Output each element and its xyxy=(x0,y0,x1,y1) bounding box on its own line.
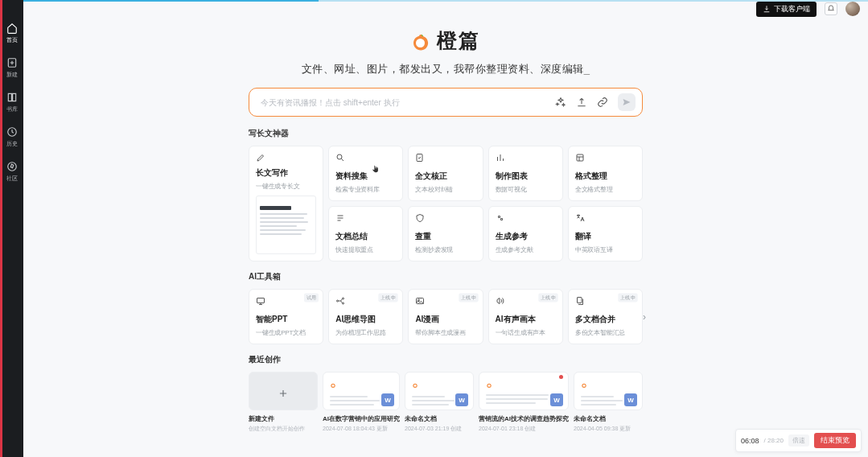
recent-tile[interactable]: W xyxy=(479,372,569,410)
stack-icon xyxy=(575,296,585,306)
logo-mini-icon xyxy=(581,382,587,389)
card-mindmap[interactable]: 上线中 AI思维导图 为你梳理工作思路 xyxy=(328,289,403,344)
card-title: AI漫画 xyxy=(415,314,475,325)
speed-pill[interactable]: 倍速 xyxy=(788,434,809,447)
sidebar-item-home[interactable]: 首页 xyxy=(0,23,23,44)
card-sub: 帮你脚本生成漫画 xyxy=(415,328,475,337)
card-sub: 一键生成PPT文档 xyxy=(256,328,316,337)
clock-icon xyxy=(6,126,18,138)
recent-tile[interactable]: W xyxy=(405,372,474,410)
card-longwrite[interactable]: 长文写作 一键生成专长文 xyxy=(249,146,323,261)
card-title: 资料搜集 xyxy=(335,171,396,182)
search-icon xyxy=(335,153,345,163)
section-title-aitools: AI工具箱 xyxy=(249,271,643,282)
play-time: 06:08 xyxy=(741,437,759,445)
recent-tile[interactable]: W xyxy=(323,372,400,410)
badge: 上线中 xyxy=(618,294,637,303)
card-research[interactable]: 资料搜集 检索专业资料库 xyxy=(328,146,403,201)
card-sub: 为你梳理工作思路 xyxy=(335,328,396,337)
sidebar-item-new[interactable]: 新建 xyxy=(0,57,23,79)
audio-icon xyxy=(496,296,505,306)
shield-icon xyxy=(415,213,425,223)
word-badge-icon: W xyxy=(624,393,637,406)
link-icon[interactable] xyxy=(597,97,608,108)
recent-title: 未命名文档 xyxy=(405,414,474,423)
end-preview-button[interactable]: 结束预览 xyxy=(814,433,856,448)
more-arrow-icon[interactable]: › xyxy=(643,311,646,323)
card-ppt[interactable]: 试用 智能PPT 一键生成PPT文档 xyxy=(249,289,323,344)
badge: 上线中 xyxy=(538,294,557,303)
recent-item: W AI在数字营销中的应用研究 2024-07-08 18:04:43 更新 xyxy=(323,372,400,433)
sidebar-item-community[interactable]: 社区 xyxy=(0,161,23,183)
recent-cards: 新建文件 创建空白文档开始创作 W AI在数字营销中的应用研究 2024-07-… xyxy=(249,372,643,433)
search-actions xyxy=(555,93,636,111)
recent-time: 2024-07-03 21:19 创建 xyxy=(405,425,474,433)
recent-time: 2024-04-05 09:38 更新 xyxy=(574,425,643,433)
card-sub: 检索专业资料库 xyxy=(335,185,396,194)
card-format[interactable]: 格式整理 全文格式整理 xyxy=(568,146,643,201)
sidebar-item-library[interactable]: 书库 xyxy=(0,92,23,113)
card-title: 翻译 xyxy=(575,231,636,242)
bar-chart-icon xyxy=(496,153,505,163)
card-sub: 一句话生成有声本 xyxy=(496,328,556,337)
recent-title: 未命名文档 xyxy=(574,414,643,423)
word-badge-icon: W xyxy=(381,393,394,406)
card-summary[interactable]: 文档总结 快速提取重点 xyxy=(328,206,403,261)
plus-icon xyxy=(278,388,289,399)
card-plagiarism[interactable]: 查重 检测抄袭发现 xyxy=(408,206,483,261)
longwrite-cards: 长文写作 一键生成专长文 资料搜集 检索专业资料库 全 xyxy=(249,146,643,261)
send-icon xyxy=(622,97,631,107)
card-title: 格式整理 xyxy=(575,171,636,182)
hero: 橙篇 文件、网址、图片，都发出又，我帮你整理资料、深度编辑_ xyxy=(23,24,868,117)
card-proofread[interactable]: 全文核正 文本校对纠错 xyxy=(408,146,483,201)
section-title-longwrite: 写长文神器 xyxy=(249,128,643,139)
card-audiobook[interactable]: 上线中 AI有声画本 一句话生成有声本 xyxy=(488,289,563,344)
card-sub: 一键生成专长文 xyxy=(256,182,316,191)
card-translate[interactable]: 翻译 中英双语互译 xyxy=(568,206,643,261)
slides-icon xyxy=(256,296,265,306)
upload-icon[interactable] xyxy=(576,97,587,108)
svg-point-9 xyxy=(343,298,344,299)
magic-icon[interactable] xyxy=(555,97,566,108)
card-comic[interactable]: 上线中 AI漫画 帮你脚本生成漫画 xyxy=(408,289,483,344)
logo-icon xyxy=(411,31,430,51)
sidebar-label: 首页 xyxy=(6,36,18,43)
sidebar-item-history[interactable]: 历史 xyxy=(0,126,23,148)
layout-icon xyxy=(575,153,585,163)
recent-title: 新建文件 xyxy=(249,414,318,423)
sidebar-label: 历史 xyxy=(6,140,18,147)
list-icon xyxy=(335,213,345,223)
content-column: 写长文神器 长文写作 一键生成专长文 资料搜集 检索专业资 xyxy=(249,128,643,433)
card-chart[interactable]: 制作图表 数据可视化 xyxy=(488,146,563,201)
send-button[interactable] xyxy=(618,93,636,111)
word-badge-icon: W xyxy=(550,393,563,406)
recent-time: 2024-07-08 18:04:43 更新 xyxy=(323,425,400,433)
new-icon xyxy=(6,57,18,68)
recent-tile[interactable]: W xyxy=(574,372,643,410)
tagline: 文件、网址、图片，都发出又，我帮你整理资料、深度编辑_ xyxy=(302,62,590,76)
new-file-tile[interactable] xyxy=(249,372,318,410)
search-input[interactable] xyxy=(261,98,555,107)
card-title: 查重 xyxy=(415,231,475,242)
badge: 试用 xyxy=(304,294,319,303)
card-reference[interactable]: 生成参考 生成参考文献 xyxy=(488,206,563,261)
recent-item: W 未命名文档 2024-04-05 09:38 更新 xyxy=(574,372,643,433)
card-sub: 全文格式整理 xyxy=(575,185,636,194)
recent-title: 营销流的AI技术的调查趋势探究 xyxy=(479,414,569,423)
card-sub: 文本校对纠错 xyxy=(415,185,475,194)
card-sub: 多份文本智能汇总 xyxy=(575,328,636,337)
card-title: AI思维导图 xyxy=(335,314,396,325)
card-title: 生成参考 xyxy=(496,231,556,242)
card-title: AI有声画本 xyxy=(496,314,556,325)
card-title: 长文写作 xyxy=(256,167,316,179)
card-sub: 检测抄袭发现 xyxy=(415,245,475,254)
svg-point-21 xyxy=(583,385,586,387)
pencil-icon xyxy=(256,153,265,163)
svg-point-15 xyxy=(332,385,335,387)
logo-mini-icon xyxy=(486,382,492,389)
card-sub: 数据可视化 xyxy=(496,185,556,194)
section-title-recent: 最近创作 xyxy=(249,354,643,365)
card-merge[interactable]: 上线中 多文档合并 多份文本智能汇总 xyxy=(568,289,643,344)
sidebar: 首页 新建 书库 历史 社区 xyxy=(0,0,23,457)
unread-dot-icon xyxy=(559,375,563,379)
